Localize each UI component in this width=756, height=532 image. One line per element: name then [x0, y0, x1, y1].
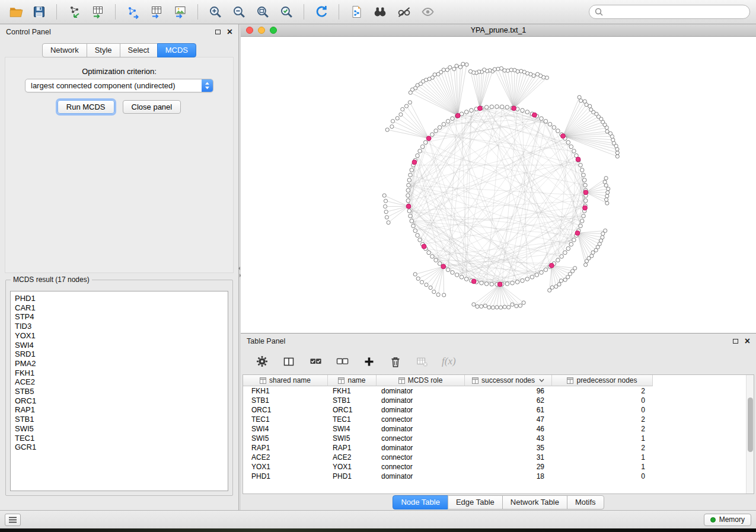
graph-node[interactable]: [416, 277, 420, 280]
graph-node[interactable]: [604, 229, 607, 232]
graph-node[interactable]: [503, 305, 506, 309]
graph-hub-node[interactable]: [455, 113, 460, 118]
graph-node[interactable]: [484, 282, 489, 286]
graph-node[interactable]: [521, 278, 525, 283]
graph-node[interactable]: [607, 187, 610, 191]
graph-hub-node[interactable]: [583, 206, 588, 210]
graph-node[interactable]: [451, 117, 455, 121]
graph-node[interactable]: [583, 100, 586, 103]
graph-node[interactable]: [458, 65, 462, 69]
share-document-button[interactable]: [347, 3, 366, 21]
graph-node[interactable]: [573, 267, 577, 270]
graph-node[interactable]: [455, 64, 458, 68]
graph-node[interactable]: [382, 194, 386, 197]
graph-node[interactable]: [430, 255, 435, 259]
delete-column-button[interactable]: [388, 354, 403, 368]
graph-node[interactable]: [461, 62, 465, 66]
graph-node[interactable]: [487, 306, 491, 309]
graph-node[interactable]: [580, 219, 584, 223]
graph-hub-node[interactable]: [549, 263, 554, 268]
graph-node[interactable]: [420, 145, 425, 149]
graph-node[interactable]: [418, 238, 422, 242]
close-panel-icon[interactable]: ×: [227, 29, 232, 35]
graph-node[interactable]: [491, 306, 495, 309]
graph-node[interactable]: [606, 191, 610, 194]
search-input[interactable]: [607, 7, 744, 17]
graph-node[interactable]: [436, 293, 440, 296]
graph-node[interactable]: [476, 305, 479, 308]
graph-node[interactable]: [430, 133, 435, 137]
graph-node[interactable]: [384, 204, 387, 208]
close-panel-icon[interactable]: ×: [745, 338, 750, 344]
graph-node[interactable]: [580, 168, 584, 172]
criterion-select[interactable]: largest connected component (undirected): [25, 79, 213, 92]
hide-details-button[interactable]: [394, 3, 413, 21]
graph-node[interactable]: [572, 149, 576, 153]
graph-node[interactable]: [605, 194, 609, 198]
graph-node[interactable]: [535, 273, 539, 277]
graph-node[interactable]: [413, 273, 417, 276]
graph-node[interactable]: [436, 72, 440, 76]
graph-node[interactable]: [604, 177, 608, 180]
graph-node[interactable]: [525, 277, 529, 281]
graph-node[interactable]: [493, 68, 496, 71]
graph-node[interactable]: [545, 76, 548, 79]
export-image-button[interactable]: [171, 3, 190, 21]
graph-node[interactable]: [425, 283, 428, 287]
graph-node[interactable]: [484, 105, 489, 110]
table-row[interactable]: SWI4SWI4dominator462: [243, 424, 754, 434]
graph-node[interactable]: [412, 224, 416, 228]
result-item[interactable]: STP4: [15, 312, 224, 322]
column-header-name[interactable]: name: [328, 375, 377, 386]
table-row[interactable]: FKH1FKH1dominator962: [243, 386, 754, 396]
result-item[interactable]: RAP1: [15, 405, 224, 415]
graph-node[interactable]: [579, 224, 583, 228]
zoom-in-button[interactable]: [206, 3, 225, 21]
tab-style[interactable]: Style: [87, 43, 120, 57]
table-row[interactable]: SWI5SWI5connector431: [243, 434, 754, 443]
graph-node[interactable]: [465, 63, 468, 66]
status-menu-button[interactable]: [5, 514, 21, 526]
window-close-icon[interactable]: [246, 27, 253, 34]
result-item[interactable]: SRD1: [15, 350, 224, 359]
graph-node[interactable]: [605, 201, 609, 205]
window-maximize-icon[interactable]: [270, 27, 277, 34]
graph-node[interactable]: [384, 199, 387, 203]
graph-node[interactable]: [540, 271, 544, 275]
graph-node[interactable]: [556, 258, 560, 262]
graph-node[interactable]: [495, 306, 499, 309]
graph-node[interactable]: [579, 163, 583, 167]
tab-mcds[interactable]: MCDS: [157, 43, 196, 57]
graph-node[interactable]: [582, 178, 586, 182]
mcds-result-list[interactable]: PHD1CAR1STP4TID3YOX1SWI4SRD1PMA2FKH1ACE2…: [10, 291, 228, 491]
table-row[interactable]: ACE2ACE2connector311: [243, 453, 754, 462]
graph-node[interactable]: [399, 113, 403, 116]
graph-node[interactable]: [385, 128, 389, 132]
graph-node[interactable]: [407, 209, 412, 213]
export-table-button[interactable]: [147, 3, 166, 21]
graph-node[interactable]: [507, 306, 511, 309]
graph-node[interactable]: [409, 91, 412, 94]
graph-node[interactable]: [406, 188, 410, 193]
tab-node-table[interactable]: Node Table: [393, 495, 448, 509]
export-network-button[interactable]: [123, 3, 142, 21]
add-column-button[interactable]: [362, 354, 376, 368]
run-mcds-button[interactable]: Run MCDS: [58, 100, 114, 114]
graph-node[interactable]: [418, 149, 422, 153]
apply-layout-button[interactable]: [312, 3, 331, 21]
graph-node[interactable]: [511, 281, 515, 285]
graph-node[interactable]: [408, 101, 412, 104]
graph-node[interactable]: [499, 306, 503, 309]
graph-node[interactable]: [434, 129, 438, 133]
graph-hub-node[interactable]: [422, 244, 426, 249]
graph-node[interactable]: [505, 282, 509, 286]
table-row[interactable]: TEC1TEC1connector472: [243, 415, 754, 424]
graph-node[interactable]: [583, 183, 588, 187]
window-minimize-icon[interactable]: [258, 27, 265, 34]
column-header-successor-nodes[interactable]: successor nodes: [465, 375, 552, 386]
graph-node[interactable]: [511, 303, 514, 306]
graph-node[interactable]: [401, 107, 404, 111]
graph-node[interactable]: [407, 178, 412, 182]
column-header-shared-name[interactable]: shared name: [243, 375, 328, 386]
graph-node[interactable]: [452, 67, 456, 70]
